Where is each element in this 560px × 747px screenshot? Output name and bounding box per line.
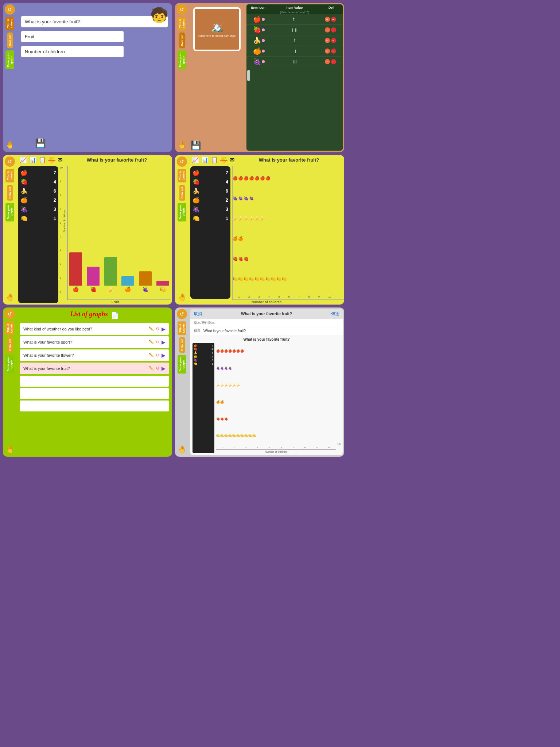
- sidebar-tab-title-5[interactable]: Title &Labels: [5, 321, 14, 335]
- back-button-6[interactable]: ↺: [177, 309, 187, 319]
- pencil-icon-1[interactable]: ✏️: [149, 326, 154, 331]
- legend-num-4-3: 6: [226, 188, 228, 194]
- sidebar-tab-dataset-4[interactable]: Data set: [179, 185, 185, 201]
- dot-2[interactable]: [262, 28, 265, 31]
- minus-icon-1[interactable]: ⊖: [156, 326, 159, 331]
- mini-legend-row-5: 🍇 3: [194, 359, 213, 362]
- legend-num-4-4: 2: [226, 197, 228, 203]
- sidebar-tab-dataset-3[interactable]: Data set: [7, 185, 13, 201]
- hand-tool-icon[interactable]: 🖐: [48, 156, 55, 163]
- panel-3-main: 📈 📊 📋 🖐 ✉ What is your favorite fruit? 🍎…: [17, 155, 172, 304]
- pencil-icon-3[interactable]: ✏️: [149, 353, 154, 357]
- sidebar-tab-title-2[interactable]: Title &Labels: [178, 17, 186, 30]
- sidebar-tab-title[interactable]: Title &Labels: [5, 17, 14, 30]
- arrow-icon-3[interactable]: ▶: [162, 352, 166, 358]
- email-icon-4[interactable]: ✉: [230, 156, 234, 163]
- bar-3: [104, 257, 117, 286]
- line-chart-icon-4[interactable]: 📈: [192, 156, 199, 163]
- sidebar-tab-dataset-2[interactable]: Data set: [179, 32, 185, 48]
- sidebar-tab-draw-5[interactable]: Draw yourgraph: [5, 355, 14, 374]
- sidebar-tab-dataset-6[interactable]: Data set: [179, 337, 185, 353]
- arrow-icon-4[interactable]: ▶: [162, 365, 166, 371]
- minus-btn-2[interactable]: −: [325, 27, 330, 32]
- question-input[interactable]: [21, 16, 168, 27]
- x-tick-1: 1: [238, 295, 240, 298]
- list-icon[interactable]: 📋: [39, 156, 46, 163]
- del-btn-3[interactable]: −: [331, 38, 336, 43]
- back-button-2[interactable]: ↺: [177, 4, 187, 15]
- sidebar-2: ↺ Title &Labels Data set Draw yourgraph …: [175, 3, 189, 152]
- col-icon: Item Icon: [247, 6, 269, 9]
- save-button[interactable]: 💾: [35, 138, 46, 148]
- pencil-icon-4[interactable]: ✏️: [149, 366, 154, 371]
- minus-icon-4[interactable]: ⊖: [156, 366, 159, 371]
- arrow-icon-2[interactable]: ▶: [162, 339, 166, 345]
- picto-icons-apple: 🍎🍎🍎🍎🍎🍎🍎: [233, 176, 271, 181]
- bar-chart-inner: 1 2 3 4 5 6 7 8 9 10 Number of child: [60, 166, 171, 300]
- email-icon[interactable]: ✉: [58, 156, 62, 163]
- col-value: Item Value: [270, 6, 319, 9]
- count-input[interactable]: [21, 46, 124, 57]
- dot-1[interactable]: [262, 18, 265, 21]
- back-button-4[interactable]: ↺: [177, 156, 187, 167]
- mini-legend-row-3: 🍌 6: [194, 351, 213, 355]
- cancel-button[interactable]: 取消: [194, 311, 202, 317]
- mini-legend-row-4: 🍊 2: [194, 355, 213, 358]
- dot-4[interactable]: [262, 50, 265, 53]
- x-tick-5: 5: [278, 295, 280, 298]
- item-icon-placeholder[interactable]: 🏔️ Click here to select item icon: [193, 7, 241, 51]
- x-tick-9: 9: [318, 295, 320, 298]
- bar-chart-wrapper: 1 2 3 4 5 6 7 8 9 10 Number of child: [60, 165, 172, 304]
- y-tick-8: 8: [60, 194, 67, 197]
- list-item-1[interactable]: What kind of weather do you like best? ✏…: [20, 323, 169, 335]
- ok-button[interactable]: 傳送: [331, 311, 339, 317]
- sidebar-tab-title-4[interactable]: Title &Labels: [178, 169, 186, 182]
- back-button-5[interactable]: ↺: [5, 309, 15, 319]
- del-btn-1[interactable]: −: [331, 17, 336, 22]
- sidebar-tab-draw-6[interactable]: Draw yourgraph: [178, 355, 186, 374]
- sidebar-tab-dataset[interactable]: Data set: [7, 32, 13, 48]
- del-btn-4[interactable]: −: [331, 49, 336, 54]
- pencil-icon-2[interactable]: ✏️: [149, 340, 154, 344]
- list-icon-4[interactable]: 📋: [211, 156, 218, 163]
- hand-tool-icon-4[interactable]: 🖐: [220, 156, 228, 163]
- minus-icon-3[interactable]: ⊖: [156, 353, 159, 357]
- dot-5[interactable]: [262, 60, 265, 63]
- back-button[interactable]: ↺: [5, 4, 15, 15]
- mini-num-1: 7: [212, 344, 213, 347]
- del-btn-5[interactable]: −: [331, 59, 336, 64]
- legend-emoji-3: 🍌: [20, 187, 28, 194]
- minus-btn-4[interactable]: −: [325, 49, 330, 54]
- list-item-2[interactable]: What is your favorite sport? ✏️ ⊖ ▶: [20, 336, 169, 348]
- line-chart-icon[interactable]: 📈: [20, 156, 27, 163]
- sidebar-4: ↺ Title &Labels Data set Draw yourgraph …: [175, 155, 189, 304]
- sidebar-tab-title-6[interactable]: Title &Labels: [178, 321, 186, 335]
- del-cell-4: − −: [319, 49, 341, 54]
- list-item-3[interactable]: What is your favorite flower? ✏️ ⊖ ▶: [20, 349, 169, 361]
- hand-icon-2: 🤚: [178, 140, 187, 152]
- hand-icon-4: 🤚: [178, 293, 187, 305]
- sidebar-tab-draw[interactable]: Draw yourgraph: [5, 50, 14, 69]
- back-button-3[interactable]: ↺: [5, 156, 15, 167]
- sidebar-tab-draw-3[interactable]: Draw yourgraph: [5, 203, 14, 221]
- sidebar-tab-draw-2[interactable]: Draw yourgraph: [178, 50, 186, 69]
- sidebar-tab-draw-4[interactable]: Draw yourgraph: [178, 203, 186, 221]
- minus-btn-5[interactable]: −: [325, 59, 330, 64]
- hand-icon-6: 🤚: [178, 445, 187, 457]
- sidebar-tab-dataset-5[interactable]: Data set: [7, 337, 13, 353]
- mini-picto-row-1: 🍎🍎🍎🍎🍎🍎🍎: [216, 349, 336, 353]
- save-button-2[interactable]: 💾: [190, 140, 244, 151]
- doc-icon[interactable]: 📄: [111, 311, 119, 320]
- minus-btn-3[interactable]: −: [325, 38, 330, 43]
- minus-btn-1[interactable]: −: [325, 17, 330, 22]
- dot-3[interactable]: [262, 39, 265, 42]
- sidebar-tab-title-3[interactable]: Title &Labels: [5, 169, 14, 182]
- list-item-4[interactable]: What is your favorite fruit? ✏️ ⊖ ▶: [20, 363, 169, 374]
- bar-chart-icon-4[interactable]: 📊: [201, 156, 209, 163]
- category-input[interactable]: [21, 31, 124, 42]
- title-label: 標題: [194, 329, 201, 333]
- bar-chart-icon[interactable]: 📊: [29, 156, 36, 163]
- arrow-icon-1[interactable]: ▶: [162, 326, 166, 332]
- minus-icon-2[interactable]: ⊖: [156, 340, 159, 344]
- del-btn-2[interactable]: −: [331, 27, 336, 32]
